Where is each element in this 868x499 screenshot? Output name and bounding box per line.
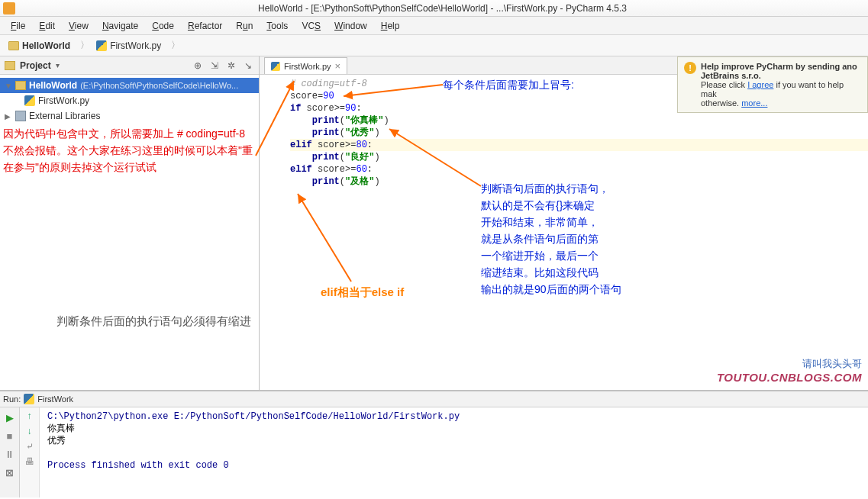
- console-line: 你真棒: [47, 423, 860, 435]
- menu-view[interactable]: View: [63, 18, 95, 34]
- project-panel: Project ▾ ⊕ ⇲ ✲ ↘ ▼ HelloWorld (E:\Pytho…: [0, 56, 260, 390]
- console-exit: Process finished with exit code 0: [47, 459, 860, 472]
- chevron-right-icon: 〉: [171, 39, 180, 52]
- menu-code[interactable]: Code: [146, 18, 180, 34]
- menu-refactor[interactable]: Refactor: [182, 18, 228, 34]
- breadcrumb-file[interactable]: FirstWork.py: [92, 38, 168, 53]
- console-panel: ▶ ■ ⏸ ⊠ ↑ ↓ ⤶ 🖶 C:\Python27\python.exe E…: [0, 407, 868, 497]
- wrap-button[interactable]: ⤶: [26, 441, 34, 452]
- hide-icon[interactable]: ↘: [242, 60, 254, 72]
- breadcrumb-file-label: FirstWork.py: [110, 40, 161, 51]
- expand-arrow-icon[interactable]: ▶: [5, 112, 12, 121]
- notification-banner: ! Help improve PyCharm by sending ano Je…: [677, 56, 868, 113]
- project-panel-header: Project ▾ ⊕ ⇲ ✲ ↘: [0, 56, 259, 75]
- run-config-name: FirstWork: [37, 394, 73, 404]
- window-title-bar: HelloWorld - [E:\PythonSoft\PythonSelfCo…: [0, 0, 868, 17]
- annotation-blue-right: 判断语句后面的执行语句， 默认的是不会有{}来确定 开始和结束，非常简单， 就是…: [481, 180, 621, 298]
- watermark-line1: 请叫我头头哥: [717, 357, 862, 371]
- tree-external-libs-label: External Libraries: [29, 111, 100, 121]
- annotation-blue-top: 每个条件后面需要加上冒号:: [443, 76, 574, 93]
- gear-icon[interactable]: ✲: [225, 60, 237, 72]
- chevron-right-icon: 〉: [80, 39, 89, 52]
- console-output[interactable]: C:\Python27\python.exe E:/PythonSoft/Pyt…: [40, 407, 868, 497]
- up-button[interactable]: ↑: [27, 410, 32, 421]
- menu-help[interactable]: Help: [375, 18, 406, 34]
- tree-file[interactable]: FirstWork.py: [0, 93, 259, 108]
- annotation-orange: elif相当于else if: [321, 285, 404, 300]
- notification-body: Please click I agree if you want to help…: [701, 80, 861, 98]
- run-label: Run:: [3, 394, 21, 404]
- library-icon: [15, 111, 26, 121]
- menu-navigate[interactable]: Navigate: [96, 18, 144, 34]
- main-area: Project ▾ ⊕ ⇲ ✲ ↘ ▼ HelloWorld (E:\Pytho…: [0, 56, 868, 391]
- notification-more: otherwise. more...: [701, 98, 861, 108]
- folder-icon: [8, 41, 19, 50]
- close-icon[interactable]: ×: [335, 60, 341, 72]
- stop-button[interactable]: ■: [3, 429, 17, 443]
- notification-agree-link[interactable]: I agree: [747, 80, 773, 89]
- breadcrumb-root-label: HelloWorld: [22, 40, 70, 51]
- python-file-icon: [96, 40, 107, 51]
- rerun-button[interactable]: ▶: [3, 410, 17, 424]
- pause-button[interactable]: ⏸: [3, 447, 17, 461]
- python-file-icon: [24, 394, 34, 404]
- tree-external-libs[interactable]: ▶ External Libraries: [0, 108, 259, 124]
- menu-run[interactable]: Run: [230, 18, 259, 34]
- run-bar: Run: FirstWork: [0, 391, 868, 407]
- warning-icon: !: [684, 62, 696, 74]
- console-toolbar-right: ↑ ↓ ⤶ 🖶: [20, 407, 40, 497]
- menu-tools[interactable]: Tools: [260, 18, 294, 34]
- breadcrumb-bar: HelloWorld 〉 FirstWork.py 〉: [0, 35, 868, 56]
- tree-root-path: (E:\PythonSoft\PythonSelfCode\HelloWo...: [80, 81, 238, 90]
- console-cmd: C:\Python27\python.exe E:/PythonSoft/Pyt…: [47, 410, 860, 423]
- folder-icon: [5, 61, 15, 70]
- console-line: 优秀: [47, 435, 860, 447]
- window-title: HelloWorld - [E:\PythonSoft\PythonSelfCo…: [20, 3, 865, 14]
- collapse-icon[interactable]: ⇲: [208, 60, 221, 72]
- annotation-gray: 判断条件后面的执行语句必须得有缩进: [56, 314, 316, 329]
- console-toolbar-left: ▶ ■ ⏸ ⊠: [0, 407, 20, 497]
- menu-window[interactable]: Window: [328, 18, 373, 34]
- app-icon: [3, 2, 15, 14]
- python-file-icon: [271, 62, 280, 71]
- expand-arrow-icon[interactable]: ▼: [5, 82, 12, 90]
- menu-file[interactable]: File: [5, 18, 31, 34]
- project-panel-title: Project: [20, 60, 51, 71]
- notification-title: Help improve PyCharm by sending ano: [701, 62, 861, 71]
- tree-root[interactable]: ▼ HelloWorld (E:\PythonSoft\PythonSelfCo…: [0, 78, 259, 93]
- menu-edit[interactable]: Edit: [33, 18, 61, 34]
- editor-tab-label: FirstWork.py: [284, 62, 331, 71]
- editor-tab[interactable]: FirstWork.py ×: [264, 57, 347, 74]
- annotation-red: 因为代码中包含中文，所以需要加上 # coding=utf-8 不然会报错。这个…: [3, 125, 255, 175]
- project-tree: ▼ HelloWorld (E:\PythonSoft\PythonSelfCo…: [0, 75, 259, 127]
- menu-vcs[interactable]: VCS: [295, 18, 327, 34]
- editor-area: FirstWork.py × # coding=utf-8score=90if …: [260, 56, 868, 390]
- watermark: 请叫我头头哥 TOUTOU.CNBLOGS.COM: [717, 357, 862, 384]
- print-button[interactable]: 🖶: [25, 456, 34, 467]
- python-file-icon: [24, 95, 35, 106]
- folder-icon: [15, 81, 26, 90]
- tree-root-name: HelloWorld: [29, 80, 77, 91]
- autoscroll-icon[interactable]: ⊕: [192, 60, 204, 72]
- menu-bar: File Edit View Navigate Code Refactor Ru…: [0, 17, 868, 35]
- close-button[interactable]: ⊠: [3, 465, 17, 479]
- notification-subtitle: JetBrains s.r.o.: [701, 71, 861, 80]
- breadcrumb-root[interactable]: HelloWorld: [5, 38, 77, 53]
- tree-file-label: FirstWork.py: [38, 95, 89, 106]
- notification-more-link[interactable]: more...: [741, 98, 767, 108]
- watermark-line2: TOUTOU.CNBLOGS.COM: [717, 371, 862, 384]
- down-button[interactable]: ↓: [27, 426, 32, 436]
